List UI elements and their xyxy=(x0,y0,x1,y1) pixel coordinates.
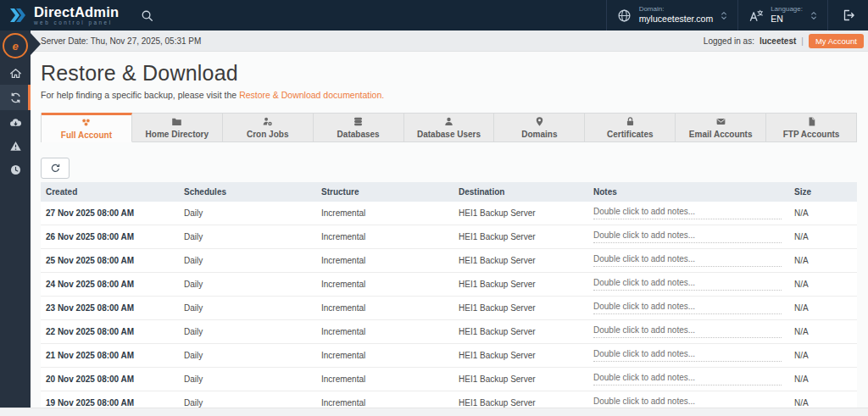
notes-placeholder[interactable]: Double click to add notes... xyxy=(593,207,782,219)
tab-databases[interactable]: Databases xyxy=(314,113,404,142)
tab-domains[interactable]: Domains xyxy=(494,113,585,142)
tab-full-account[interactable]: Full Account xyxy=(42,113,132,142)
cell-created: 25 Nov 2025 08:00 AM xyxy=(41,249,179,273)
my-account-button[interactable]: My Account xyxy=(809,34,864,48)
cron-user-icon xyxy=(262,116,273,127)
status-right: Logged in as: luceetest | My Account xyxy=(704,34,868,48)
table-row[interactable]: 27 Nov 2025 08:00 AMDailyIncrementalHEI1… xyxy=(41,202,857,225)
table-row[interactable]: 25 Nov 2025 08:00 AMDailyIncrementalHEI1… xyxy=(41,249,857,273)
cell-destination: HEI1 Backup Server xyxy=(453,320,588,344)
sidebar-item-clock[interactable] xyxy=(0,158,31,181)
table-row[interactable]: 21 Nov 2025 08:00 AMDailyIncrementalHEI1… xyxy=(41,344,857,368)
cell-created: 27 Nov 2025 08:00 AM xyxy=(41,202,179,225)
globe-icon xyxy=(617,8,632,23)
tab-label: Home Directory xyxy=(146,130,209,139)
cell-notes: Double click to add notes... xyxy=(588,368,789,391)
sidebar-item-warning[interactable] xyxy=(0,134,31,158)
lock-icon xyxy=(625,116,636,127)
column-header-destination: Destination xyxy=(453,182,588,202)
search-icon xyxy=(141,9,153,22)
column-header-schedules: Schedules xyxy=(179,182,316,202)
horizontal-scrollbar[interactable] xyxy=(0,408,868,416)
logout-button[interactable] xyxy=(827,0,868,31)
server-date: Server Date: Thu, Nov 27, 2025, 05:31 PM xyxy=(41,36,201,46)
tab-home-directory[interactable]: Home Directory xyxy=(132,113,223,142)
refresh-button[interactable] xyxy=(41,158,70,179)
tab-label: Cron Jobs xyxy=(247,130,288,139)
table-header-row: CreatedSchedulesStructureDestinationNote… xyxy=(41,182,857,202)
language-selector[interactable]: Language: EN xyxy=(737,0,827,31)
tab-ftp-accounts[interactable]: FTP Accounts xyxy=(766,113,856,142)
app-logo-icon: e xyxy=(7,37,24,54)
topbar-spacer xyxy=(164,0,605,31)
svg-text:e: e xyxy=(12,40,18,53)
cell-notes: Double click to add notes... xyxy=(588,297,789,320)
cell-structure: Incremental xyxy=(316,225,453,249)
tab-database-users[interactable]: Database Users xyxy=(404,113,495,142)
notes-placeholder[interactable]: Double click to add notes... xyxy=(593,254,782,267)
cell-notes: Double click to add notes... xyxy=(588,273,789,297)
domain-selector[interactable]: Domain: myluceetester.com xyxy=(606,0,738,31)
table-row[interactable]: 26 Nov 2025 08:00 AMDailyIncrementalHEI1… xyxy=(41,225,857,249)
cell-created: 22 Nov 2025 08:00 AM xyxy=(41,320,179,344)
cell-notes: Double click to add notes... xyxy=(588,320,789,344)
cell-size: N/A xyxy=(789,344,857,368)
notes-placeholder[interactable]: Double click to add notes... xyxy=(593,349,782,362)
table-row[interactable]: 20 Nov 2025 08:00 AMDailyIncrementalHEI1… xyxy=(41,368,857,391)
notes-placeholder[interactable]: Double click to add notes... xyxy=(593,230,782,243)
tab-cron-jobs[interactable]: Cron Jobs xyxy=(223,113,314,142)
cell-destination: HEI1 Backup Server xyxy=(453,297,588,320)
cell-structure: Incremental xyxy=(316,344,453,368)
table-row[interactable]: 22 Nov 2025 08:00 AMDailyIncrementalHEI1… xyxy=(41,320,857,344)
cell-notes: Double click to add notes... xyxy=(588,225,789,249)
tab-label: Domains xyxy=(521,130,557,139)
cell-notes: Double click to add notes... xyxy=(588,202,789,225)
sidebar-item-home[interactable] xyxy=(0,61,31,85)
sidebar-item-cloud-download[interactable] xyxy=(0,110,31,134)
domain-value: myluceetester.com xyxy=(639,14,714,25)
cell-structure: Incremental xyxy=(316,297,453,320)
help-prefix: For help finding a specific backup, plea… xyxy=(41,90,236,100)
chevron-updown-icon-2 xyxy=(810,10,817,21)
cell-destination: HEI1 Backup Server xyxy=(453,202,588,225)
restore-sync-icon xyxy=(9,92,22,104)
notes-placeholder[interactable]: Double click to add notes... xyxy=(593,302,782,314)
directadmin-logo[interactable]: DirectAdmin web control panel xyxy=(0,0,122,31)
search-button[interactable] xyxy=(129,0,164,31)
cell-schedules: Daily xyxy=(179,249,316,273)
column-header-created: Created xyxy=(41,182,179,202)
brand-text: DirectAdmin web control panel xyxy=(34,5,119,26)
cell-created: 26 Nov 2025 08:00 AM xyxy=(41,225,179,249)
chevron-updown-icon xyxy=(721,10,727,21)
cell-size: N/A xyxy=(789,320,857,344)
notes-placeholder[interactable]: Double click to add notes... xyxy=(593,373,782,385)
tab-email-accounts[interactable]: Email Accounts xyxy=(676,113,766,142)
cell-structure: Incremental xyxy=(316,273,453,297)
column-header-size: Size xyxy=(789,182,857,202)
table-row[interactable]: 23 Nov 2025 08:00 AMDailyIncrementalHEI1… xyxy=(41,297,857,320)
cell-size: N/A xyxy=(789,297,857,320)
warning-icon xyxy=(9,140,22,153)
cell-size: N/A xyxy=(789,202,857,225)
cell-schedules: Daily xyxy=(179,225,316,249)
envelope-icon xyxy=(715,116,726,127)
file-icon xyxy=(806,116,817,127)
domain-text: Domain: myluceetester.com xyxy=(639,5,714,25)
documentation-link[interactable]: Restore & Download documentation. xyxy=(239,90,384,100)
cell-schedules: Daily xyxy=(179,273,316,297)
table-row[interactable]: 24 Nov 2025 08:00 AMDailyIncrementalHEI1… xyxy=(41,273,857,297)
backups-table: CreatedSchedulesStructureDestinationNote… xyxy=(41,182,857,415)
app-logo[interactable]: e xyxy=(3,33,28,58)
main-content: Restore & Download For help finding a sp… xyxy=(31,51,868,416)
clock-icon xyxy=(9,164,22,176)
language-value: EN xyxy=(771,14,803,25)
tab-certificates[interactable]: Certificates xyxy=(585,113,676,142)
cell-destination: HEI1 Backup Server xyxy=(453,344,588,368)
sidebar-nav xyxy=(0,61,31,181)
column-header-structure: Structure xyxy=(316,182,453,202)
notes-placeholder[interactable]: Double click to add notes... xyxy=(593,325,782,338)
cell-schedules: Daily xyxy=(179,297,316,320)
translate-icon xyxy=(748,8,763,23)
notes-placeholder[interactable]: Double click to add notes... xyxy=(593,278,782,291)
sidebar-item-restore-sync[interactable] xyxy=(0,85,31,110)
